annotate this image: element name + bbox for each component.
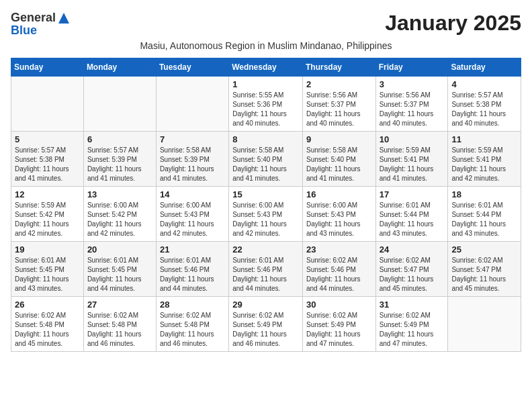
day-number: 25	[451, 244, 517, 255]
day-number: 15	[232, 189, 299, 199]
calendar-subtitle: Masiu, Autonomous Region in Muslim Minda…	[11, 40, 521, 51]
day-info: Sunrise: 6:02 AM Sunset: 5:47 PM Dayligh…	[380, 256, 445, 293]
calendar-cell: 31Sunrise: 6:02 AM Sunset: 5:49 PM Dayli…	[375, 297, 448, 352]
calendar-cell: 30Sunrise: 6:02 AM Sunset: 5:49 PM Dayli…	[302, 297, 375, 352]
calendar-cell: 19Sunrise: 6:01 AM Sunset: 5:45 PM Dayli…	[11, 242, 84, 297]
day-info: Sunrise: 5:59 AM Sunset: 5:42 PM Dayligh…	[15, 201, 80, 238]
day-number: 18	[451, 189, 517, 199]
calendar-cell: 24Sunrise: 6:02 AM Sunset: 5:47 PM Dayli…	[375, 242, 448, 297]
day-number: 23	[306, 244, 372, 255]
calendar-cell: 12Sunrise: 5:59 AM Sunset: 5:42 PM Dayli…	[11, 187, 84, 242]
day-info: Sunrise: 6:01 AM Sunset: 5:45 PM Dayligh…	[15, 256, 80, 293]
calendar-cell: 10Sunrise: 5:59 AM Sunset: 5:41 PM Dayli…	[375, 132, 448, 187]
day-number: 6	[87, 134, 152, 144]
day-info: Sunrise: 6:01 AM Sunset: 5:44 PM Dayligh…	[380, 201, 445, 238]
day-number: 30	[306, 300, 372, 310]
calendar-cell: 18Sunrise: 6:01 AM Sunset: 5:44 PM Dayli…	[448, 187, 521, 242]
day-number: 5	[15, 134, 80, 144]
calendar-cell: 22Sunrise: 6:01 AM Sunset: 5:46 PM Dayli…	[229, 242, 303, 297]
day-number: 26	[15, 300, 80, 310]
day-info: Sunrise: 6:02 AM Sunset: 5:46 PM Dayligh…	[306, 256, 372, 293]
day-number: 14	[160, 189, 225, 199]
calendar-cell: 23Sunrise: 6:02 AM Sunset: 5:46 PM Dayli…	[302, 242, 375, 297]
day-number: 17	[380, 189, 445, 199]
day-number: 29	[232, 300, 299, 310]
calendar-cell	[83, 77, 156, 132]
logo-general-text: General	[11, 11, 56, 25]
calendar-cell: 16Sunrise: 6:00 AM Sunset: 5:43 PM Dayli…	[302, 187, 375, 242]
day-info: Sunrise: 6:02 AM Sunset: 5:48 PM Dayligh…	[160, 311, 225, 349]
day-number: 10	[380, 134, 445, 144]
day-info: Sunrise: 6:02 AM Sunset: 5:48 PM Dayligh…	[15, 311, 80, 349]
day-info: Sunrise: 5:55 AM Sunset: 5:36 PM Dayligh…	[232, 91, 299, 128]
day-number: 4	[451, 79, 517, 89]
day-number: 11	[451, 134, 517, 144]
weekday-header-wednesday: Wednesday	[229, 58, 303, 77]
week-row-1: 1Sunrise: 5:55 AM Sunset: 5:36 PM Daylig…	[11, 77, 521, 132]
weekday-header-saturday: Saturday	[448, 58, 521, 77]
day-number: 27	[87, 300, 152, 310]
week-row-4: 19Sunrise: 6:01 AM Sunset: 5:45 PM Dayli…	[11, 242, 521, 297]
day-number: 21	[160, 244, 225, 255]
day-number: 3	[380, 79, 445, 89]
day-number: 2	[306, 79, 372, 89]
weekday-header-friday: Friday	[375, 58, 448, 77]
day-info: Sunrise: 5:57 AM Sunset: 5:39 PM Dayligh…	[87, 146, 152, 183]
day-info: Sunrise: 6:01 AM Sunset: 5:44 PM Dayligh…	[451, 201, 517, 238]
day-number: 8	[232, 134, 299, 144]
calendar-cell: 25Sunrise: 6:02 AM Sunset: 5:47 PM Dayli…	[448, 242, 521, 297]
calendar-cell: 3Sunrise: 5:56 AM Sunset: 5:37 PM Daylig…	[375, 77, 448, 132]
calendar-cell: 5Sunrise: 5:57 AM Sunset: 5:38 PM Daylig…	[11, 132, 84, 187]
day-number: 9	[306, 134, 372, 144]
calendar-cell: 9Sunrise: 5:58 AM Sunset: 5:40 PM Daylig…	[302, 132, 375, 187]
calendar-cell: 7Sunrise: 5:58 AM Sunset: 5:39 PM Daylig…	[156, 132, 228, 187]
day-info: Sunrise: 6:02 AM Sunset: 5:49 PM Dayligh…	[306, 311, 372, 349]
day-info: Sunrise: 6:02 AM Sunset: 5:48 PM Dayligh…	[87, 311, 152, 349]
day-number: 7	[160, 134, 225, 144]
day-info: Sunrise: 5:57 AM Sunset: 5:38 PM Dayligh…	[451, 91, 517, 128]
week-row-3: 12Sunrise: 5:59 AM Sunset: 5:42 PM Dayli…	[11, 187, 521, 242]
weekday-header-sunday: Sunday	[11, 58, 84, 77]
day-info: Sunrise: 6:00 AM Sunset: 5:43 PM Dayligh…	[306, 201, 372, 238]
day-info: Sunrise: 5:56 AM Sunset: 5:37 PM Dayligh…	[380, 91, 445, 128]
week-row-5: 26Sunrise: 6:02 AM Sunset: 5:48 PM Dayli…	[11, 297, 521, 352]
day-info: Sunrise: 5:58 AM Sunset: 5:40 PM Dayligh…	[306, 146, 372, 183]
day-number: 13	[87, 189, 152, 199]
day-number: 12	[15, 189, 80, 199]
day-info: Sunrise: 5:59 AM Sunset: 5:41 PM Dayligh…	[380, 146, 445, 183]
day-number: 22	[232, 244, 299, 255]
calendar-cell	[156, 77, 228, 132]
day-info: Sunrise: 5:58 AM Sunset: 5:40 PM Dayligh…	[232, 146, 299, 183]
day-info: Sunrise: 6:02 AM Sunset: 5:49 PM Dayligh…	[380, 311, 445, 349]
calendar-cell: 21Sunrise: 6:01 AM Sunset: 5:46 PM Dayli…	[156, 242, 228, 297]
logo-icon	[57, 11, 71, 25]
day-number: 24	[380, 244, 445, 255]
calendar-cell: 2Sunrise: 5:56 AM Sunset: 5:37 PM Daylig…	[302, 77, 375, 132]
logo-blue-text: Blue	[11, 24, 37, 38]
day-info: Sunrise: 5:56 AM Sunset: 5:37 PM Dayligh…	[306, 91, 372, 128]
calendar-cell: 14Sunrise: 6:00 AM Sunset: 5:43 PM Dayli…	[156, 187, 228, 242]
day-number: 31	[380, 300, 445, 310]
day-number: 28	[160, 300, 225, 310]
day-info: Sunrise: 5:57 AM Sunset: 5:38 PM Dayligh…	[15, 146, 80, 183]
svg-marker-0	[58, 13, 69, 24]
page-header: General Blue January 2025	[11, 11, 521, 38]
day-info: Sunrise: 6:01 AM Sunset: 5:46 PM Dayligh…	[160, 256, 225, 293]
weekday-header-monday: Monday	[83, 58, 156, 77]
week-row-2: 5Sunrise: 5:57 AM Sunset: 5:38 PM Daylig…	[11, 132, 521, 187]
logo: General Blue	[11, 11, 71, 38]
day-info: Sunrise: 6:00 AM Sunset: 5:42 PM Dayligh…	[87, 201, 152, 238]
calendar-cell: 11Sunrise: 5:59 AM Sunset: 5:41 PM Dayli…	[448, 132, 521, 187]
day-info: Sunrise: 5:59 AM Sunset: 5:41 PM Dayligh…	[451, 146, 517, 183]
calendar-cell	[11, 77, 84, 132]
day-info: Sunrise: 6:02 AM Sunset: 5:49 PM Dayligh…	[232, 311, 299, 349]
calendar-cell	[448, 297, 521, 352]
calendar-cell: 20Sunrise: 6:01 AM Sunset: 5:45 PM Dayli…	[83, 242, 156, 297]
day-number: 20	[87, 244, 152, 255]
day-number: 16	[306, 189, 372, 199]
calendar-cell: 6Sunrise: 5:57 AM Sunset: 5:39 PM Daylig…	[83, 132, 156, 187]
calendar-table: SundayMondayTuesdayWednesdayThursdayFrid…	[11, 58, 521, 352]
calendar-cell: 1Sunrise: 5:55 AM Sunset: 5:36 PM Daylig…	[229, 77, 303, 132]
weekday-header-tuesday: Tuesday	[156, 58, 228, 77]
day-number: 1	[232, 79, 299, 89]
